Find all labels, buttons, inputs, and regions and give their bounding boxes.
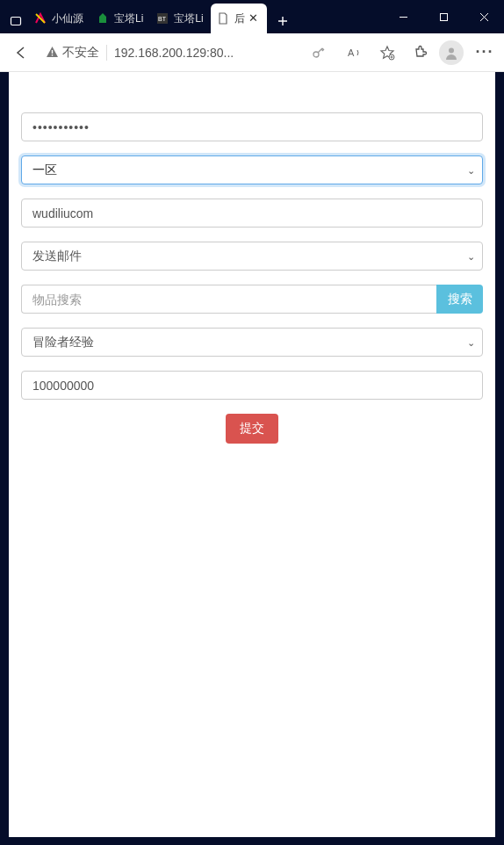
insecure-badge: 不安全 xyxy=(46,45,99,61)
tab-xiaoxianyuan[interactable]: 小仙源 xyxy=(28,4,90,33)
tab-label: 宝塔Li xyxy=(114,11,143,26)
chevron-down-icon: ⌄ xyxy=(467,336,475,348)
menu-button[interactable]: ··· xyxy=(469,43,500,61)
submit-button[interactable]: 提交 xyxy=(226,414,278,444)
action-select[interactable]: 发送邮件 ⌄ xyxy=(21,242,483,271)
window-titlebar: 小仙源 宝塔Li BT 宝塔Li 后 ✕ xyxy=(0,0,504,33)
extensions-icon[interactable] xyxy=(404,37,434,69)
item-search-input[interactable] xyxy=(32,292,426,307)
zone-select[interactable]: 一区 ⌄ xyxy=(21,155,483,184)
close-icon[interactable]: ✕ xyxy=(248,12,260,25)
svg-rect-0 xyxy=(11,18,21,25)
item-search-field[interactable] xyxy=(21,285,436,314)
back-button[interactable] xyxy=(4,35,39,70)
tab-baota-2[interactable]: BT 宝塔Li xyxy=(150,4,210,33)
svg-rect-5 xyxy=(52,54,53,56)
svg-rect-3 xyxy=(440,13,447,20)
attribute-select[interactable]: 冒险者经验 ⌄ xyxy=(21,328,483,357)
tab-strip: 小仙源 宝塔Li BT 宝塔Li 后 ✕ xyxy=(28,4,383,33)
favicon-icon xyxy=(33,11,47,25)
window-controls xyxy=(383,0,504,33)
url-text: 192.168.200.129:80... xyxy=(114,46,297,60)
admin-form: 一区 ⌄ 发送邮件 ⌄ 搜索 冒险者经验 ⌄ 提交 xyxy=(9,72,495,444)
svg-point-9 xyxy=(449,47,454,53)
svg-text:BT: BT xyxy=(158,16,167,22)
tab-actions-icon[interactable] xyxy=(4,9,28,33)
favicon-icon: BT xyxy=(155,11,169,25)
search-button-label: 搜索 xyxy=(448,292,472,307)
close-window-button[interactable] xyxy=(464,0,504,33)
maximize-button[interactable] xyxy=(423,0,464,33)
username-input[interactable] xyxy=(32,206,472,220)
favorites-icon[interactable] xyxy=(372,37,402,69)
submit-label: 提交 xyxy=(240,421,264,435)
url-box[interactable]: 不安全 192.168.200.129:80... xyxy=(40,39,339,67)
key-icon[interactable] xyxy=(304,37,334,69)
username-field[interactable] xyxy=(21,199,483,228)
chevron-down-icon: ⌄ xyxy=(467,164,475,176)
tab-label: 宝塔Li xyxy=(174,11,203,26)
profile-avatar[interactable] xyxy=(439,40,464,65)
insecure-label: 不安全 xyxy=(62,45,99,61)
separator xyxy=(106,45,107,61)
address-bar: 不安全 192.168.200.129:80... A ··· xyxy=(0,33,504,72)
select-value: 一区 xyxy=(32,162,57,178)
new-tab-button[interactable] xyxy=(270,9,295,33)
select-value: 发送邮件 xyxy=(32,249,82,264)
select-value: 冒险者经验 xyxy=(32,335,94,350)
password-field[interactable] xyxy=(21,112,483,141)
minimize-button[interactable] xyxy=(383,0,423,33)
svg-text:A: A xyxy=(348,47,355,58)
item-search-group: 搜索 xyxy=(21,285,483,314)
tab-backend[interactable]: 后 ✕ xyxy=(211,4,267,33)
chevron-down-icon: ⌄ xyxy=(467,250,475,262)
page-viewport: 一区 ⌄ 发送邮件 ⌄ 搜索 冒险者经验 ⌄ 提交 xyxy=(9,72,495,837)
svg-rect-4 xyxy=(52,50,53,54)
tab-label: 小仙源 xyxy=(52,11,83,26)
quantity-input[interactable] xyxy=(32,379,472,393)
warning-icon xyxy=(46,46,59,59)
favicon-icon xyxy=(96,11,110,25)
page-icon xyxy=(216,11,230,25)
tab-baota-1[interactable]: 宝塔Li xyxy=(90,4,150,33)
search-button[interactable]: 搜索 xyxy=(436,285,483,314)
quantity-field[interactable] xyxy=(21,371,483,400)
tab-label: 后 xyxy=(234,11,245,26)
password-input[interactable] xyxy=(32,120,472,134)
read-aloud-icon[interactable]: A xyxy=(341,37,371,69)
